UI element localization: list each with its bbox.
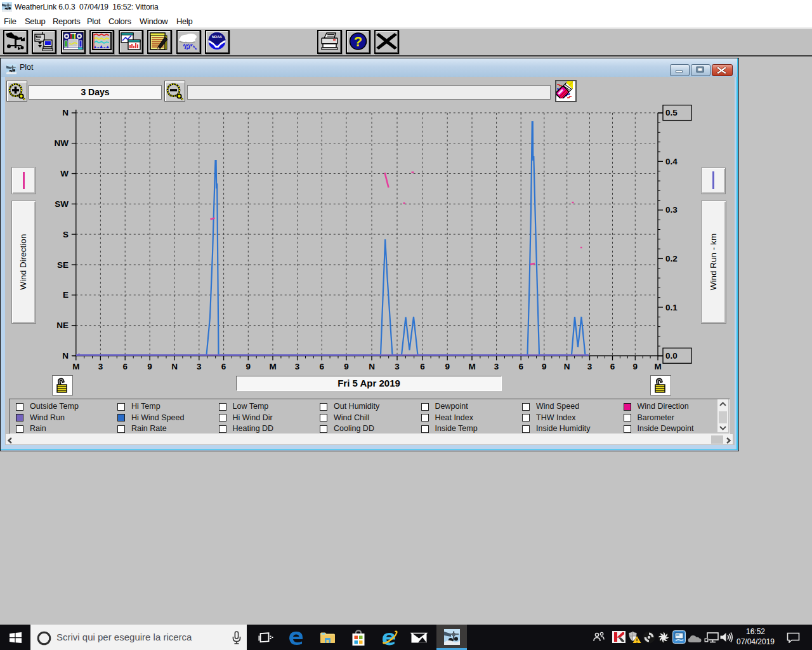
svg-text:6: 6 (319, 362, 324, 371)
svg-text:0.2: 0.2 (665, 254, 678, 263)
svg-text:NOAA: NOAA (212, 35, 222, 39)
svg-text:3: 3 (587, 362, 593, 371)
svg-text:S: S (63, 230, 69, 239)
svg-text:0.1: 0.1 (665, 303, 678, 312)
svg-text:9: 9 (147, 362, 152, 371)
svg-text:N: N (564, 362, 570, 371)
svg-text:3: 3 (494, 362, 499, 371)
svg-text:6: 6 (610, 362, 615, 371)
svg-text:3: 3 (395, 362, 400, 371)
svg-text:0.3: 0.3 (665, 205, 678, 215)
svg-text:SE: SE (57, 260, 69, 270)
svg-text:9: 9 (445, 362, 450, 371)
svg-text:N: N (62, 108, 69, 117)
svg-text:M: M (72, 362, 79, 371)
svg-text:0.0: 0.0 (665, 351, 678, 361)
svg-text:3: 3 (295, 362, 300, 371)
svg-text:9: 9 (344, 362, 349, 371)
svg-text:6: 6 (518, 362, 523, 371)
svg-text:0.5: 0.5 (665, 108, 678, 117)
svg-text:M: M (269, 362, 276, 371)
svg-text:SW: SW (55, 199, 69, 209)
svg-text:N: N (62, 351, 69, 361)
svg-text:E: E (63, 290, 69, 300)
svg-text:W: W (60, 169, 69, 178)
svg-text:9: 9 (633, 362, 638, 371)
svg-text:3: 3 (98, 362, 103, 371)
svg-text:6: 6 (122, 362, 128, 371)
svg-text:6: 6 (420, 362, 425, 371)
svg-text:3: 3 (197, 362, 202, 371)
svg-text:9: 9 (542, 362, 547, 371)
svg-text:9: 9 (246, 362, 251, 371)
svg-text:NW: NW (55, 138, 69, 148)
svg-text:M: M (654, 362, 661, 371)
svg-text:?: ? (354, 34, 362, 50)
svg-text:N: N (171, 362, 178, 371)
svg-text:NE: NE (56, 321, 69, 330)
svg-text:M: M (468, 362, 475, 371)
svg-text:N: N (369, 362, 375, 371)
svg-text:0.4: 0.4 (665, 157, 678, 166)
svg-text:6: 6 (221, 362, 226, 371)
